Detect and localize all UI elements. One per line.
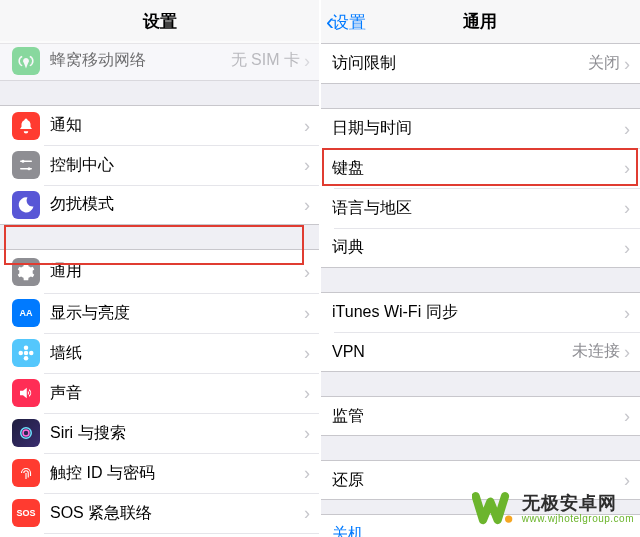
chevron-right-icon: ›	[624, 407, 630, 425]
row-itunes-sync[interactable]: iTunes Wi-Fi 同步 ›	[320, 292, 640, 332]
back-button[interactable]: ‹ 设置	[326, 0, 366, 44]
row-label: 勿扰模式	[50, 194, 304, 215]
row-label: 通用	[50, 261, 304, 282]
chevron-right-icon: ›	[304, 263, 310, 281]
svg-rect-1	[20, 161, 32, 163]
speaker-icon	[12, 379, 40, 407]
row-label: VPN	[332, 343, 572, 361]
flower-icon	[12, 339, 40, 367]
row-vpn[interactable]: VPN 未连接 ›	[320, 332, 640, 372]
watermark-title: 无极安卓网	[522, 494, 634, 514]
chevron-right-icon: ›	[624, 199, 630, 217]
row-label: 墙纸	[50, 343, 304, 364]
row-label: 声音	[50, 383, 304, 404]
back-label: 设置	[332, 11, 366, 34]
chevron-right-icon: ›	[304, 464, 310, 482]
row-siri[interactable]: Siri 与搜索 ›	[0, 413, 320, 453]
row-label: 显示与亮度	[50, 303, 304, 324]
chevron-right-icon: ›	[304, 424, 310, 442]
nav-title: 通用	[463, 10, 497, 33]
chevron-right-icon: ›	[624, 343, 630, 361]
chevron-right-icon: ›	[304, 504, 310, 522]
chevron-right-icon: ›	[624, 120, 630, 138]
row-display[interactable]: AA 显示与亮度 ›	[0, 293, 320, 333]
settings-root-screen: 设置 蜂窝移动网络 无 SIM 卡 › 通知 ›	[0, 0, 320, 537]
row-detail: 未连接	[572, 341, 620, 362]
row-restrictions[interactable]: 访问限制 关闭 ›	[320, 44, 640, 84]
row-label: 通知	[50, 115, 304, 136]
chevron-right-icon: ›	[304, 344, 310, 362]
svg-point-7	[19, 351, 24, 356]
chevron-right-icon: ›	[624, 304, 630, 322]
watermark: 无极安卓网 www.wjhotelgroup.com	[472, 487, 634, 531]
row-detail: 关闭	[588, 53, 620, 74]
row-label: 键盘	[332, 158, 624, 179]
chevron-right-icon: ›	[624, 159, 630, 177]
chevron-right-icon: ›	[304, 156, 310, 174]
row-sos[interactable]: SOS SOS 紧急联络 ›	[0, 493, 320, 533]
bell-icon	[12, 112, 40, 140]
row-dictionary[interactable]: 词典 ›	[320, 228, 640, 268]
row-label: 语言与地区	[332, 198, 624, 219]
row-label: 词典	[332, 237, 624, 258]
svg-point-6	[24, 356, 29, 361]
row-label: iTunes Wi-Fi 同步	[332, 302, 624, 323]
antenna-icon	[12, 47, 40, 75]
moon-icon	[12, 191, 40, 219]
navbar: ‹ 设置 通用	[320, 0, 640, 44]
row-label: SOS 紧急联络	[50, 503, 304, 524]
gear-icon	[12, 258, 40, 286]
chevron-right-icon: ›	[304, 304, 310, 322]
row-language[interactable]: 语言与地区 ›	[320, 188, 640, 228]
row-detail: 无 SIM 卡	[231, 50, 300, 71]
svg-point-8	[29, 351, 34, 356]
row-label: 触控 ID 与密码	[50, 463, 304, 484]
row-supervision[interactable]: 监管 ›	[320, 396, 640, 436]
sliders-icon	[12, 151, 40, 179]
vertical-divider	[319, 0, 321, 537]
general-screen: ‹ 设置 通用 访问限制 关闭 › 日期与时间 › 键盘 › 语言与地区 › 词…	[320, 0, 640, 537]
row-label: 日期与时间	[332, 118, 624, 139]
row-label: 控制中心	[50, 155, 304, 176]
chevron-right-icon: ›	[304, 117, 310, 135]
nav-title: 设置	[143, 10, 177, 33]
row-label: 访问限制	[332, 53, 588, 74]
watermark-url: www.wjhotelgroup.com	[522, 513, 634, 524]
chevron-right-icon: ›	[624, 55, 630, 73]
sos-icon: SOS	[12, 499, 40, 527]
fingerprint-icon	[12, 459, 40, 487]
row-sound[interactable]: 声音 ›	[0, 373, 320, 413]
row-cellular[interactable]: 蜂窝移动网络 无 SIM 卡 ›	[0, 41, 320, 81]
row-dnd[interactable]: 勿扰模式 ›	[0, 185, 320, 225]
row-label: 蜂窝移动网络	[50, 50, 231, 71]
row-keyboard[interactable]: 键盘 ›	[320, 148, 640, 188]
row-touchid[interactable]: 触控 ID 与密码 ›	[0, 453, 320, 493]
siri-icon	[12, 419, 40, 447]
display-icon: AA	[12, 299, 40, 327]
row-label: Siri 与搜索	[50, 423, 304, 444]
svg-point-10	[23, 430, 29, 436]
chevron-right-icon: ›	[304, 52, 310, 70]
watermark-logo-icon	[472, 487, 516, 531]
svg-rect-3	[20, 168, 32, 170]
row-notifications[interactable]: 通知 ›	[0, 105, 320, 145]
row-label: 监管	[332, 406, 624, 427]
row-battery[interactable]: 电池 ›	[0, 533, 320, 537]
svg-point-4	[24, 351, 29, 356]
svg-point-5	[24, 346, 29, 351]
chevron-right-icon: ›	[304, 384, 310, 402]
row-control-center[interactable]: 控制中心 ›	[0, 145, 320, 185]
row-wallpaper[interactable]: 墙纸 ›	[0, 333, 320, 373]
row-general[interactable]: 通用 ›	[0, 249, 320, 293]
chevron-right-icon: ›	[624, 239, 630, 257]
chevron-right-icon: ›	[304, 196, 310, 214]
row-datetime[interactable]: 日期与时间 ›	[320, 108, 640, 148]
svg-point-13	[505, 515, 512, 522]
navbar: 设置	[0, 0, 320, 44]
